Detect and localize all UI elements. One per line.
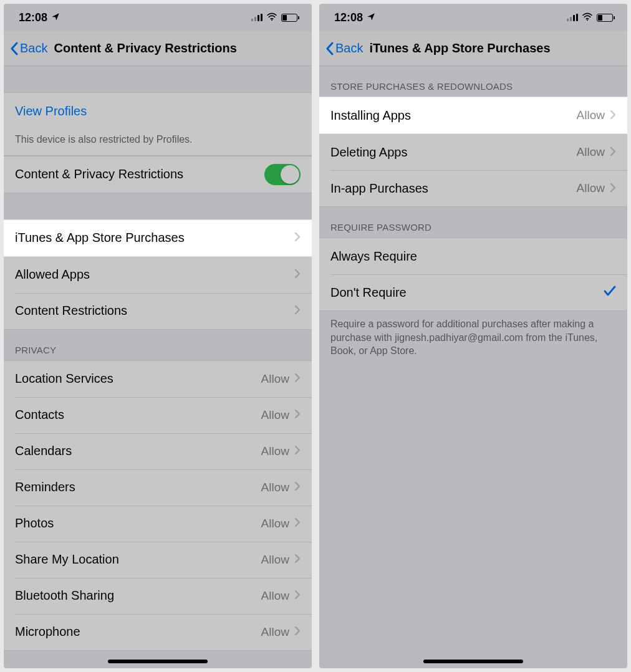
view-profiles-label: View Profiles: [15, 104, 301, 118]
privacy-row[interactable]: Share My LocationAllow: [4, 542, 312, 578]
chevron-right-icon: [294, 444, 301, 458]
master-toggle-group: Content & Privacy Restrictions: [4, 156, 312, 193]
installing-apps-value: Allow: [577, 108, 605, 122]
inapp-purchases-row[interactable]: In-app Purchases Allow: [319, 170, 627, 206]
itunes-label: iTunes & App Store Purchases: [15, 231, 294, 245]
always-require-row[interactable]: Always Require: [319, 238, 627, 274]
privacy-row[interactable]: CalendarsAllow: [4, 433, 312, 469]
battery-icon: [281, 14, 299, 22]
privacy-value: Allow: [261, 481, 289, 494]
status-time: 12:08: [19, 11, 47, 24]
back-button[interactable]: Back: [10, 41, 47, 55]
toggle-label: Content & Privacy Restrictions: [15, 167, 264, 181]
allowed-apps-label: Allowed Apps: [15, 267, 294, 282]
back-label: Back: [335, 41, 363, 55]
privacy-label: Bluetooth Sharing: [15, 588, 261, 603]
chevron-right-icon: [610, 108, 616, 123]
privacy-value: Allow: [261, 517, 289, 530]
installing-apps-row[interactable]: Installing Apps Allow: [319, 97, 627, 134]
wifi-icon: [266, 11, 277, 24]
chevron-right-icon: [294, 552, 301, 567]
privacy-value: Allow: [261, 553, 289, 567]
chevron-right-icon: [294, 516, 301, 530]
privacy-row[interactable]: ContactsAllow: [4, 397, 312, 433]
battery-icon: [597, 14, 615, 22]
toggle-switch-on-icon[interactable]: [264, 164, 301, 185]
cell-signal-icon: [567, 14, 578, 21]
privacy-row[interactable]: Bluetooth SharingAllow: [4, 578, 312, 614]
inapp-label: In-app Purchases: [330, 181, 577, 196]
privacy-value: Allow: [261, 444, 289, 458]
status-time: 12:08: [334, 11, 363, 24]
phone-left: 12:08 Back Content & Privacy Restriction…: [4, 4, 312, 668]
privacy-value: Allow: [261, 625, 289, 639]
inapp-value: Allow: [577, 181, 605, 195]
privacy-row[interactable]: MicrophoneAllow: [4, 614, 312, 650]
wifi-icon: [582, 11, 593, 24]
privacy-row[interactable]: Location ServicesAllow: [4, 361, 312, 397]
chevron-right-icon: [294, 231, 301, 245]
nav-bar: Back Content & Privacy Restrictions: [4, 31, 312, 66]
chevron-right-icon: [294, 372, 301, 386]
privacy-value: Allow: [261, 408, 289, 422]
profiles-note: This device is also restricted by Profil…: [4, 129, 312, 155]
location-arrow-icon: [51, 11, 60, 24]
content-restrictions-row[interactable]: Content Restrictions: [4, 293, 312, 329]
restrictions-group: Allowed Apps Content Restrictions: [4, 257, 312, 330]
privacy-label: Contacts: [15, 408, 261, 422]
svg-point-0: [271, 19, 272, 21]
chevron-right-icon: [610, 145, 616, 160]
privacy-row[interactable]: PhotosAllow: [4, 506, 312, 542]
deleting-apps-value: Allow: [577, 145, 605, 159]
phone-right: 12:08 Back iTunes & App Store Purchases …: [319, 4, 627, 668]
privacy-label: Location Services: [15, 372, 261, 386]
page-title: Content & Privacy Restrictions: [54, 41, 306, 55]
cell-signal-icon: [251, 14, 263, 21]
privacy-label: Share My Location: [15, 552, 261, 567]
store-group-rest: Deleting Apps Allow In-app Purchases All…: [319, 134, 627, 207]
store-header: Store Purchases & Redownloads: [319, 66, 627, 97]
privacy-label: Photos: [15, 516, 261, 530]
svg-point-1: [587, 19, 588, 21]
privacy-label: Microphone: [15, 625, 261, 639]
installing-apps-label: Installing Apps: [330, 108, 577, 123]
password-footer: Require a password for additional purcha…: [319, 311, 627, 363]
privacy-row[interactable]: RemindersAllow: [4, 469, 312, 506]
checkmark-icon: [604, 286, 616, 300]
privacy-label: Reminders: [15, 480, 261, 494]
deleting-apps-label: Deleting Apps: [330, 145, 577, 160]
content-restrictions-label: Content Restrictions: [15, 304, 294, 318]
chevron-right-icon: [294, 267, 301, 282]
location-arrow-icon: [367, 11, 375, 24]
back-button[interactable]: Back: [325, 41, 363, 55]
home-indicator[interactable]: [108, 660, 208, 663]
chevron-right-icon: [294, 480, 301, 494]
status-bar: 12:08: [4, 4, 312, 31]
dont-require-label: Don't Require: [330, 286, 604, 300]
chevron-right-icon: [294, 408, 301, 422]
content-privacy-toggle-row[interactable]: Content & Privacy Restrictions: [4, 156, 312, 193]
privacy-group: Location ServicesAllowContactsAllowCalen…: [4, 360, 312, 651]
page-title: iTunes & App Store Purchases: [369, 41, 621, 55]
home-indicator[interactable]: [423, 660, 523, 663]
chevron-right-icon: [294, 625, 301, 639]
always-require-label: Always Require: [330, 249, 616, 264]
back-label: Back: [20, 41, 47, 55]
nav-bar: Back iTunes & App Store Purchases: [319, 31, 627, 66]
password-header: Require Password: [319, 207, 627, 238]
profiles-group: View Profiles This device is also restri…: [4, 92, 312, 156]
password-group: Always Require Don't Require: [319, 238, 627, 311]
status-bar: 12:08: [319, 4, 627, 31]
itunes-purchases-row[interactable]: iTunes & App Store Purchases: [4, 219, 312, 257]
chevron-right-icon: [294, 588, 301, 603]
privacy-value: Allow: [261, 589, 289, 603]
privacy-value: Allow: [261, 372, 289, 386]
privacy-header: Privacy: [4, 330, 312, 360]
allowed-apps-row[interactable]: Allowed Apps: [4, 257, 312, 293]
chevron-right-icon: [610, 181, 616, 196]
view-profiles-row[interactable]: View Profiles: [4, 93, 312, 129]
privacy-label: Calendars: [15, 444, 261, 458]
deleting-apps-row[interactable]: Deleting Apps Allow: [319, 134, 627, 170]
chevron-right-icon: [294, 304, 301, 318]
dont-require-row[interactable]: Don't Require: [319, 274, 627, 310]
